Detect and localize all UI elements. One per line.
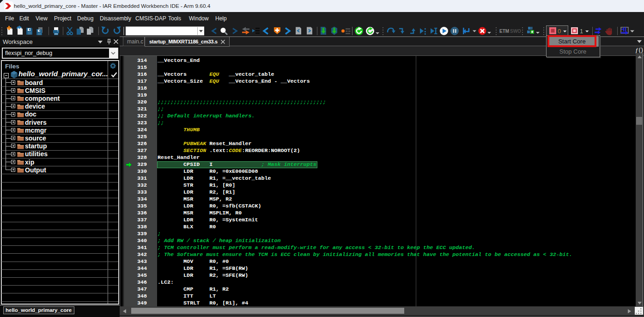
svg-text:ETM: ETM	[499, 29, 509, 34]
svg-text:1: 1	[580, 28, 583, 35]
svg-text:0: 0	[558, 28, 561, 35]
svg-text:SWO: SWO	[510, 29, 521, 34]
